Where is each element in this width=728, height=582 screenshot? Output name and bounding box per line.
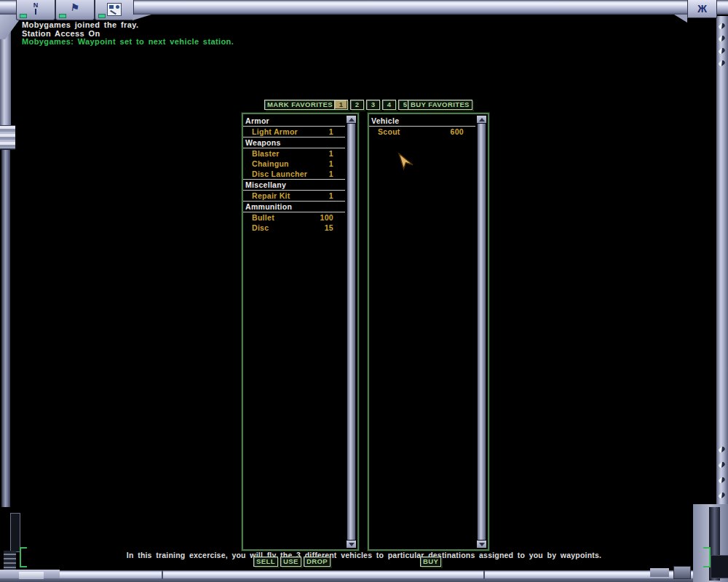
inventory-item[interactable]: Blaster1 (243, 148, 345, 159)
scrollbar-thumb[interactable] (478, 124, 486, 540)
frame-detail (19, 572, 44, 579)
item-quantity: 1 (329, 191, 333, 200)
item-quantity: 1 (329, 170, 333, 178)
frame-detail (10, 513, 20, 552)
left-bracket (20, 547, 27, 567)
item-name: Disc Launcher (252, 170, 307, 178)
section-header: Vehicle (369, 116, 475, 127)
scroll-up-icon[interactable] (347, 116, 356, 123)
drop-button[interactable]: DROP (304, 557, 331, 567)
scroll-down-icon[interactable] (347, 541, 356, 548)
item-name: Repair Kit (252, 191, 290, 200)
item-quantity: 600 (451, 127, 464, 136)
section-header: Miscellany (243, 179, 345, 191)
favorite-slot-2[interactable]: 2 (350, 100, 364, 110)
compass-icon: N (17, 2, 55, 15)
inventory-list: ArmorLight Armor1WeaponsBlaster1Chaingun… (243, 116, 345, 549)
inventory-item[interactable]: Chaingun1 (243, 159, 345, 169)
favorite-slots: 12345 (334, 100, 412, 110)
section-header: Armor (243, 116, 345, 127)
item-name: Disc (252, 223, 269, 232)
sell-button[interactable]: SELL (253, 557, 278, 567)
buy-button[interactable]: BUY (420, 557, 441, 567)
game-logo-tab: Ж (687, 0, 717, 18)
favorite-slot-3[interactable]: 3 (366, 100, 380, 110)
inventory-panel: ArmorLight Armor1WeaponsBlaster1Chaingun… (242, 113, 359, 551)
frame-joint (483, 570, 485, 579)
inventory-item[interactable]: Light Armor1 (243, 127, 345, 137)
favorite-slot-4[interactable]: 4 (382, 100, 396, 110)
store-panel: VehicleScout600 (368, 113, 489, 551)
inventory-scrollbar[interactable] (347, 116, 356, 548)
tab-waypoint[interactable]: ⚑ (55, 0, 95, 20)
buy-favorites-button[interactable]: BUY FAVORITES (408, 100, 472, 110)
scroll-up-icon[interactable] (477, 116, 486, 123)
frame-detail (650, 568, 669, 577)
inventory-item[interactable]: Disc15 (243, 223, 345, 233)
inventory-item[interactable]: Disc Launcher1 (243, 169, 345, 179)
frame-right-strip (716, 16, 728, 508)
tab-indicator-led (59, 14, 66, 18)
tab-indicator-led (98, 14, 106, 18)
section-header: Ammunition (243, 201, 345, 212)
scrollbar-thumb[interactable] (347, 124, 355, 540)
frame-bottom-bar-lower (0, 578, 728, 582)
store-list: VehicleScout600 (369, 116, 475, 549)
item-name: Light Armor (252, 127, 298, 136)
hud-message: Mobygames joined the fray. (22, 21, 234, 30)
message-log: Mobygames joined the fray.Station Access… (22, 21, 234, 47)
inventory-item[interactable]: Bullet100 (243, 212, 345, 223)
tab-compass[interactable]: N (16, 0, 55, 20)
hud-message: Mobygames: Waypoint set to next vehicle … (22, 38, 234, 47)
right-bracket (703, 547, 711, 567)
scroll-down-icon[interactable] (477, 541, 486, 548)
use-button[interactable]: USE (280, 557, 301, 567)
mark-favorites-button[interactable]: MARK FAVORITES (264, 100, 336, 110)
item-name: Scout (378, 127, 400, 136)
frame-detail (673, 566, 691, 579)
map-briefing-icon (107, 3, 122, 16)
frame-diagonal (132, 15, 151, 20)
item-name: Chaingun (252, 159, 289, 168)
item-quantity: 1 (329, 127, 333, 136)
item-name: Bullet (252, 213, 274, 222)
frame-left-strut (1, 148, 10, 507)
inventory-item[interactable]: Repair Kit1 (243, 191, 345, 201)
favorite-slot-1[interactable]: 1 (334, 100, 348, 110)
item-quantity: 15 (325, 223, 333, 232)
frame-joint (162, 570, 163, 579)
item-quantity: 1 (329, 159, 333, 168)
tab-indicator-led (20, 14, 27, 18)
item-quantity: 100 (320, 213, 333, 222)
store-item[interactable]: Scout600 (369, 127, 475, 137)
frame-left-coupling (0, 125, 15, 150)
mouse-cursor-icon (397, 153, 415, 172)
item-name: Blaster (252, 149, 280, 158)
item-quantity: 1 (329, 149, 333, 158)
tab-briefing[interactable] (95, 0, 134, 20)
section-header: Weapons (243, 137, 345, 148)
game-logo-icon: Ж (697, 4, 707, 14)
frame-diagonal (674, 15, 687, 23)
store-scrollbar[interactable] (477, 116, 486, 548)
status-text: In this training excercise, you will fly… (0, 551, 728, 559)
